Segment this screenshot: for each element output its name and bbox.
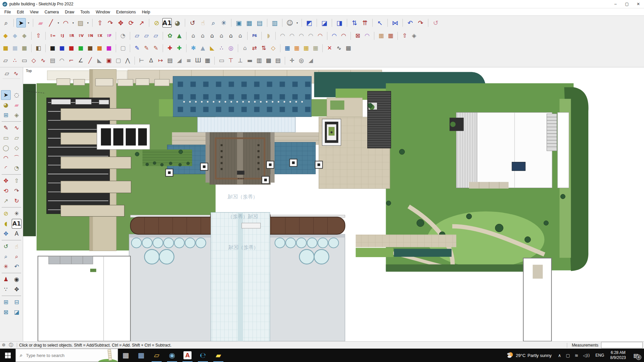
top-view-icon[interactable]: ◪ xyxy=(320,18,329,27)
move-icon[interactable]: ✥ xyxy=(116,18,125,27)
minimize-button[interactable]: – xyxy=(610,0,621,8)
dome-d-icon[interactable]: ◠ xyxy=(307,32,315,40)
shadows-icon[interactable]: ▤ xyxy=(255,18,264,27)
slope-line-icon[interactable]: ╱ xyxy=(86,56,94,65)
elev-mark-icon[interactable]: ∆ xyxy=(147,56,155,65)
zoom-window-icon[interactable]: ⌕ xyxy=(12,252,21,261)
dropdown-arrow-icon[interactable]: ▾ xyxy=(27,21,30,24)
pencil-blue-icon[interactable]: ✎ xyxy=(133,44,141,52)
delete-red-icon[interactable]: ✕ xyxy=(325,44,334,52)
cube-red-icon[interactable]: ■ xyxy=(67,44,75,52)
volume-icon[interactable]: ◁)) xyxy=(581,353,592,358)
fan-fold-icon[interactable]: ◔ xyxy=(119,32,127,40)
pan-icon[interactable]: ☝ xyxy=(198,18,208,27)
orbit-icon[interactable]: ↺ xyxy=(1,242,11,251)
extrude-v-icon[interactable]: ⇧V xyxy=(76,32,85,40)
paint-bucket-icon[interactable]: ◕ xyxy=(1,100,11,110)
house-e-icon[interactable]: ⌂ xyxy=(227,32,235,40)
compass-icon[interactable]: ◎ xyxy=(297,56,306,65)
freehand-icon[interactable]: ∿ xyxy=(12,123,21,133)
extrude-f-icon[interactable]: ⇧F xyxy=(105,32,113,40)
add-green-icon[interactable]: ✚ xyxy=(175,44,183,52)
raise-objects-icon[interactable]: ⇈ xyxy=(360,18,370,27)
three-point-arc-icon[interactable]: ◜ xyxy=(1,163,11,173)
grid-blue-icon[interactable]: ▦ xyxy=(283,44,291,52)
cube-orange-icon[interactable]: ■ xyxy=(95,44,104,52)
zoom-extents-icon[interactable]: ✳ xyxy=(219,18,228,27)
snowflake-icon[interactable]: ✻ xyxy=(189,44,198,52)
autocad-icon[interactable]: A xyxy=(180,349,195,362)
dropdown-arrow-icon[interactable]: ▾ xyxy=(57,21,60,24)
menu-view[interactable]: View xyxy=(27,9,42,15)
panel-icon[interactable]: ▱ xyxy=(133,32,141,40)
walk-icon[interactable]: ∵ xyxy=(1,285,11,294)
search-input[interactable] xyxy=(25,353,98,358)
meet-now-icon[interactable]: ▢ xyxy=(564,353,572,358)
section-mark-icon[interactable]: ↦ xyxy=(156,56,165,65)
leaf-icon[interactable]: ✿ xyxy=(166,32,174,40)
grid-yellow-icon[interactable]: ▦ xyxy=(302,44,310,52)
dome-x-icon[interactable]: ⊠ xyxy=(354,32,362,40)
turn-icon[interactable]: ✥ xyxy=(12,285,21,294)
model-viewport[interactable]: Top xyxy=(23,67,644,341)
menu-draw[interactable]: Draw xyxy=(62,9,77,15)
start-button[interactable] xyxy=(0,349,15,362)
previous-view-icon[interactable]: ↶ xyxy=(12,262,21,272)
ramp-icon[interactable]: ◢ xyxy=(175,56,183,65)
spray-icon[interactable]: ∴ xyxy=(217,44,226,52)
cube-black-icon[interactable]: ■ xyxy=(48,44,57,52)
close-button[interactable]: ✕ xyxy=(633,0,644,8)
zoom-extents-icon[interactable]: ✳ xyxy=(1,262,11,272)
rotate-icon[interactable]: ⟲ xyxy=(1,186,11,196)
menu-extensions[interactable]: Extensions xyxy=(113,9,139,15)
dropdown-arrow-icon[interactable]: ▾ xyxy=(296,21,299,24)
match-photo-icon[interactable]: ▱ xyxy=(3,69,11,78)
undo-icon[interactable]: ↶ xyxy=(406,18,415,27)
circle-icon[interactable]: ◯ xyxy=(1,143,11,153)
cube-brown-icon[interactable]: ■ xyxy=(86,44,94,52)
house-b-icon[interactable]: ⌂ xyxy=(199,32,207,40)
extrude-eq-icon[interactable]: ⇧= xyxy=(48,32,57,40)
paint-bucket-icon[interactable]: ◕ xyxy=(173,18,182,27)
network-wifi-icon[interactable]: ≋ xyxy=(572,353,581,358)
tape-measure-icon[interactable]: ⊘ xyxy=(1,209,11,219)
threed-text-icon[interactable]: A xyxy=(12,229,21,239)
flip-icon[interactable]: ⋈ xyxy=(390,18,400,27)
action-center-button[interactable]: ▤ 4 xyxy=(629,349,643,362)
red-flag-icon[interactable]: ▣ xyxy=(105,56,113,65)
measurements-input[interactable] xyxy=(601,342,643,348)
white-face-icon[interactable]: ▢ xyxy=(114,56,122,65)
wave-icon[interactable]: ∿ xyxy=(335,44,343,52)
dome-red-icon[interactable]: ◠ xyxy=(339,32,348,40)
lift-icon[interactable]: ⇅ xyxy=(260,44,268,52)
north-icon[interactable]: ✛ xyxy=(288,56,296,65)
mullion-icon[interactable]: ▤ xyxy=(274,56,282,65)
tag-icon[interactable]: ◈ xyxy=(12,110,21,120)
cube-olive-icon[interactable]: ■ xyxy=(20,44,29,52)
eraser-icon[interactable]: ▰ xyxy=(12,100,21,110)
sandbox-icon[interactable]: ◗ xyxy=(264,32,273,40)
pencil-dense-icon[interactable]: ✎ xyxy=(152,44,160,52)
hidden-icons-chevron[interactable]: ∧ xyxy=(555,353,564,358)
offset-icon[interactable]: ↻ xyxy=(12,196,21,206)
dropdown-arrow-icon[interactable]: ▾ xyxy=(71,21,75,24)
cube-green-icon[interactable]: ■ xyxy=(76,44,85,52)
dome-a-icon[interactable]: ◠ xyxy=(278,32,287,40)
cube-split-icon[interactable]: ◧ xyxy=(34,44,43,52)
squiggle-icon[interactable]: ∿ xyxy=(39,56,47,65)
cone-icon[interactable]: ▲ xyxy=(199,44,207,52)
truck-icon[interactable]: ▭ xyxy=(217,56,226,65)
menu-file[interactable]: File xyxy=(1,9,14,15)
smart-move-icon[interactable]: ↖ xyxy=(375,18,385,27)
scale-icon[interactable]: ↗ xyxy=(1,196,11,206)
pie-icon[interactable]: ◔ xyxy=(12,163,21,173)
hatch-icon[interactable]: ▩ xyxy=(344,44,353,52)
extrude-n-icon[interactable]: ⇧N xyxy=(86,32,94,40)
arc-icon[interactable]: ◠ xyxy=(61,18,70,27)
dome-blue-icon[interactable]: ◠ xyxy=(330,32,338,40)
setsquare-icon[interactable]: ◣ xyxy=(95,56,104,65)
select-icon[interactable]: ➤ xyxy=(16,18,26,27)
stairs-icon[interactable]: ▤ xyxy=(166,56,174,65)
rectangle-icon[interactable]: ▭ xyxy=(1,133,11,143)
menu-camera[interactable]: Camera xyxy=(42,9,62,15)
